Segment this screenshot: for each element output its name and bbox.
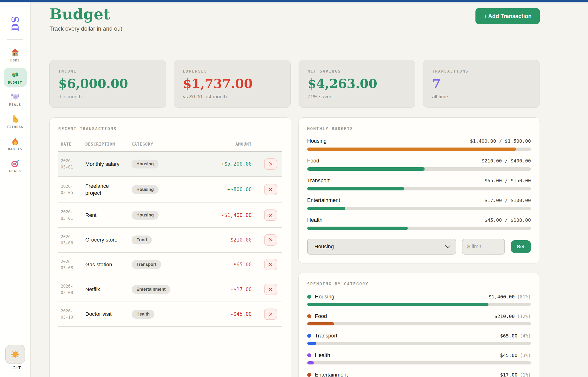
delete-transaction-button[interactable] [264,259,277,270]
spending-progress-track [307,303,531,306]
category-badge: Housing [132,160,159,168]
transactions-table-body: 2026-03-01 Monthly salary Housing +$5,20… [58,152,282,327]
stat-sub: this month [58,94,157,100]
table-row: 2026-03-05 Freelance project Housing +$8… [58,177,282,203]
recent-transactions-panel: RECENT TRANSACTIONS DATE DESCRIPTION CAT… [49,118,291,377]
transaction-description: Gas station [85,261,122,268]
stat-card-transactions: TRANSACTIONS 7 all time [423,60,540,108]
table-row: 2026-03-08 Netflix Entertainment -$17.00 [58,277,282,302]
stat-sub: 71% saved [308,94,406,100]
close-icon [268,287,273,292]
selected-category: Housing [314,244,334,250]
spending-progress-track [307,342,531,345]
sidebar-item-habits[interactable]: HABITS [4,134,27,153]
spending-row: Health $45.00 (3%) [307,352,531,365]
sidebar-item-goals[interactable]: GOALS [4,157,27,176]
sidebar-item-label: HABITS [8,147,23,151]
category-color-dot [307,373,311,377]
spending-category-label: Food [315,313,327,319]
category-color-dot [307,295,311,299]
stat-card-net-savings: NET SAVINGS $4,263.00 71% saved [299,60,415,108]
transaction-date: 2026-03-10 [58,308,76,321]
spending-category-label: Transport [315,333,337,339]
monthly-budgets-panel: MONTHLY BUDGETS Housing $1,400.00 / $1,5… [298,118,540,263]
transaction-description: Grocery store [85,236,122,244]
budget-progress-track [307,148,531,151]
budget-progress-track [307,207,531,210]
spending-progress-fill [307,342,316,345]
close-icon [268,213,273,218]
spending-category-label: Health [315,352,330,358]
budget-spent-vs-limit: $17.00 / $100.00 [484,197,531,203]
category-badge: Entertainment [132,285,170,294]
budget-category-select[interactable]: Housing [307,239,456,255]
stat-sub: all time [432,94,531,100]
category-badge: Health [132,310,154,319]
transaction-amount: -$65.00 [231,262,259,268]
sidebar-item-meals[interactable]: MEALS [4,90,27,109]
category-badge: Housing [132,185,159,194]
table-row: 2026-03-06 Grocery store Food -$210.00 [58,228,282,253]
stat-card-expenses: EXPENSES $1,737.00 vs $0.00 last month [174,60,291,108]
stat-label: TRANSACTIONS [432,69,531,73]
budget-progress-track [307,167,531,171]
close-icon [268,162,273,166]
category-color-dot [307,314,311,318]
category-badge: Housing [132,211,159,220]
spending-amount: $17.00 [500,372,517,377]
budget-limit-input[interactable] [462,239,505,255]
panel-title: SPENDING BY CATEGORY [307,282,531,286]
sidebar-divider [7,39,23,39]
transaction-amount: +$5,200.00 [221,161,259,167]
set-budget-button[interactable]: Set [511,240,531,253]
habits-icon [11,137,20,146]
delete-transaction-button[interactable] [264,284,277,295]
chevron-down-icon [445,245,450,248]
add-transaction-button[interactable]: + Add Transaction [475,8,540,24]
spending-progress-track [307,361,531,365]
table-row: 2026-03-10 Doctor visit Health -$45.00 [58,302,282,327]
transaction-date: 2026-03-01 [58,209,76,222]
sidebar-item-budget[interactable]: BUDGET [4,68,27,87]
delete-transaction-button[interactable] [264,308,277,320]
sidebar-item-label: FITNESS [7,125,24,129]
transaction-amount: -$210.00 [227,237,259,243]
spending-amount: $210.00 [495,313,515,319]
delete-transaction-button[interactable] [264,184,277,195]
goals-icon [11,159,20,168]
transaction-description: Doctor visit [85,310,122,318]
close-icon [268,237,273,242]
stat-value: $1,737.00 [183,77,282,90]
column-header-description: DESCRIPTION [85,142,132,147]
spending-percent: (1%) [520,372,531,377]
spending-percent: (4%) [520,333,531,338]
transaction-amount: -$1,400.00 [221,212,259,218]
sidebar-item-label: HOME [10,58,20,62]
delete-transaction-button[interactable] [264,158,277,170]
spending-percent: (3%) [520,353,531,358]
transaction-date: 2026-03-08 [58,259,76,271]
budget-row: Food $210.00 / $400.00 [307,158,531,171]
delete-transaction-button[interactable] [264,234,277,246]
theme-toggle-button[interactable]: LIGHT [5,345,25,370]
stat-value: $4,263.00 [308,77,406,90]
transaction-amount: +$800.00 [227,187,259,192]
transaction-date: 2026-03-08 [58,283,76,296]
budget-row: Transport $65.00 / $150.00 [307,177,531,190]
sidebar-item-label: MEALS [9,103,21,106]
theme-toggle-label: LIGHT [9,366,21,370]
transaction-date: 2026-03-06 [58,234,76,246]
spending-category-label: Housing [315,294,334,300]
stat-label: NET SAVINGS [308,69,406,73]
app-logo-text: DS [9,16,21,32]
sidebar-item-fitness[interactable]: FITNESS [4,112,27,131]
sidebar-item-home[interactable]: HOME [4,46,27,65]
category-color-dot [307,334,311,338]
spending-rows: Housing $1,400.00 (81%) [307,294,531,377]
delete-transaction-button[interactable] [264,210,277,221]
budget-progress-track [307,187,531,190]
sun-icon [11,350,19,358]
budget-progress-fill [307,207,345,210]
budget-row: Housing $1,400.00 / $1,500.00 [307,138,531,151]
sidebar: DS HOME BUDGET MEALS FITNESS HABITS [0,2,31,377]
